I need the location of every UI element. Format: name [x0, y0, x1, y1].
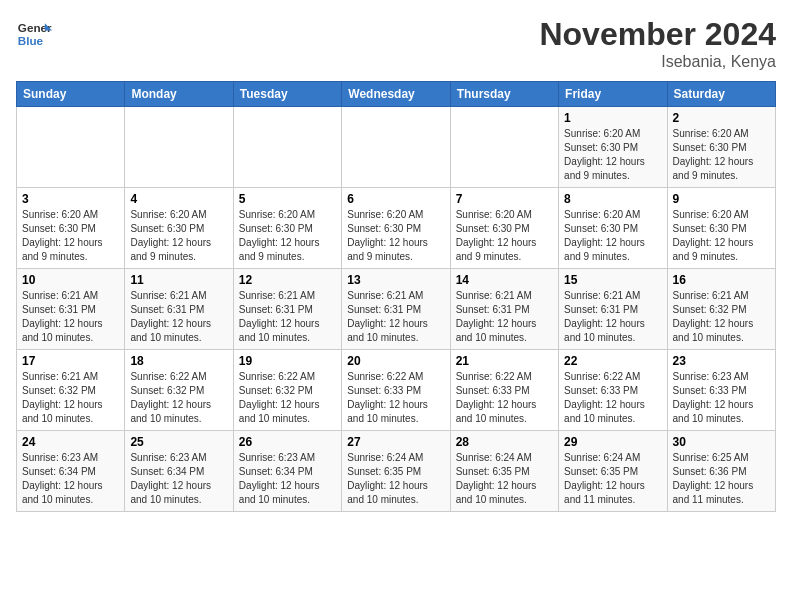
calendar-cell: 26Sunrise: 6:23 AM Sunset: 6:34 PM Dayli… [233, 431, 341, 512]
day-info: Sunrise: 6:23 AM Sunset: 6:33 PM Dayligh… [673, 370, 770, 426]
day-number: 13 [347, 273, 444, 287]
calendar-cell: 12Sunrise: 6:21 AM Sunset: 6:31 PM Dayli… [233, 269, 341, 350]
calendar-week-row: 10Sunrise: 6:21 AM Sunset: 6:31 PM Dayli… [17, 269, 776, 350]
calendar-cell: 3Sunrise: 6:20 AM Sunset: 6:30 PM Daylig… [17, 188, 125, 269]
day-info: Sunrise: 6:21 AM Sunset: 6:31 PM Dayligh… [456, 289, 553, 345]
calendar-cell: 7Sunrise: 6:20 AM Sunset: 6:30 PM Daylig… [450, 188, 558, 269]
calendar-cell: 16Sunrise: 6:21 AM Sunset: 6:32 PM Dayli… [667, 269, 775, 350]
day-info: Sunrise: 6:20 AM Sunset: 6:30 PM Dayligh… [673, 208, 770, 264]
day-info: Sunrise: 6:20 AM Sunset: 6:30 PM Dayligh… [456, 208, 553, 264]
day-info: Sunrise: 6:23 AM Sunset: 6:34 PM Dayligh… [239, 451, 336, 507]
day-info: Sunrise: 6:20 AM Sunset: 6:30 PM Dayligh… [347, 208, 444, 264]
day-number: 27 [347, 435, 444, 449]
calendar-cell: 2Sunrise: 6:20 AM Sunset: 6:30 PM Daylig… [667, 107, 775, 188]
calendar-cell: 29Sunrise: 6:24 AM Sunset: 6:35 PM Dayli… [559, 431, 667, 512]
day-number: 9 [673, 192, 770, 206]
weekday-header: Monday [125, 82, 233, 107]
calendar-cell [125, 107, 233, 188]
calendar-cell: 8Sunrise: 6:20 AM Sunset: 6:30 PM Daylig… [559, 188, 667, 269]
day-info: Sunrise: 6:21 AM Sunset: 6:31 PM Dayligh… [347, 289, 444, 345]
day-number: 22 [564, 354, 661, 368]
day-number: 4 [130, 192, 227, 206]
day-info: Sunrise: 6:24 AM Sunset: 6:35 PM Dayligh… [347, 451, 444, 507]
day-number: 23 [673, 354, 770, 368]
day-number: 17 [22, 354, 119, 368]
weekday-header: Saturday [667, 82, 775, 107]
day-number: 2 [673, 111, 770, 125]
day-number: 29 [564, 435, 661, 449]
day-number: 20 [347, 354, 444, 368]
day-info: Sunrise: 6:25 AM Sunset: 6:36 PM Dayligh… [673, 451, 770, 507]
calendar-cell [17, 107, 125, 188]
calendar-cell [233, 107, 341, 188]
day-info: Sunrise: 6:22 AM Sunset: 6:32 PM Dayligh… [239, 370, 336, 426]
day-number: 12 [239, 273, 336, 287]
day-info: Sunrise: 6:22 AM Sunset: 6:32 PM Dayligh… [130, 370, 227, 426]
calendar-table: SundayMondayTuesdayWednesdayThursdayFrid… [16, 81, 776, 512]
calendar-cell: 19Sunrise: 6:22 AM Sunset: 6:32 PM Dayli… [233, 350, 341, 431]
month-year-title: November 2024 [539, 16, 776, 53]
calendar-cell: 22Sunrise: 6:22 AM Sunset: 6:33 PM Dayli… [559, 350, 667, 431]
weekday-header: Sunday [17, 82, 125, 107]
day-number: 8 [564, 192, 661, 206]
day-info: Sunrise: 6:21 AM Sunset: 6:31 PM Dayligh… [564, 289, 661, 345]
weekday-header: Thursday [450, 82, 558, 107]
calendar-cell: 21Sunrise: 6:22 AM Sunset: 6:33 PM Dayli… [450, 350, 558, 431]
calendar-cell: 15Sunrise: 6:21 AM Sunset: 6:31 PM Dayli… [559, 269, 667, 350]
logo: General Blue [16, 16, 52, 52]
day-info: Sunrise: 6:22 AM Sunset: 6:33 PM Dayligh… [347, 370, 444, 426]
calendar-cell: 17Sunrise: 6:21 AM Sunset: 6:32 PM Dayli… [17, 350, 125, 431]
day-number: 21 [456, 354, 553, 368]
day-info: Sunrise: 6:24 AM Sunset: 6:35 PM Dayligh… [456, 451, 553, 507]
day-number: 25 [130, 435, 227, 449]
page-header: General Blue November 2024 Isebania, Ken… [16, 16, 776, 71]
day-info: Sunrise: 6:24 AM Sunset: 6:35 PM Dayligh… [564, 451, 661, 507]
day-number: 3 [22, 192, 119, 206]
day-info: Sunrise: 6:22 AM Sunset: 6:33 PM Dayligh… [456, 370, 553, 426]
day-info: Sunrise: 6:20 AM Sunset: 6:30 PM Dayligh… [22, 208, 119, 264]
calendar-cell: 10Sunrise: 6:21 AM Sunset: 6:31 PM Dayli… [17, 269, 125, 350]
calendar-week-row: 24Sunrise: 6:23 AM Sunset: 6:34 PM Dayli… [17, 431, 776, 512]
calendar-cell: 23Sunrise: 6:23 AM Sunset: 6:33 PM Dayli… [667, 350, 775, 431]
calendar-body: 1Sunrise: 6:20 AM Sunset: 6:30 PM Daylig… [17, 107, 776, 512]
day-number: 6 [347, 192, 444, 206]
day-number: 14 [456, 273, 553, 287]
calendar-cell: 6Sunrise: 6:20 AM Sunset: 6:30 PM Daylig… [342, 188, 450, 269]
day-number: 15 [564, 273, 661, 287]
day-number: 10 [22, 273, 119, 287]
svg-text:Blue: Blue [18, 34, 44, 47]
calendar-cell: 28Sunrise: 6:24 AM Sunset: 6:35 PM Dayli… [450, 431, 558, 512]
calendar-cell: 1Sunrise: 6:20 AM Sunset: 6:30 PM Daylig… [559, 107, 667, 188]
logo-icon: General Blue [16, 16, 52, 52]
calendar-cell: 30Sunrise: 6:25 AM Sunset: 6:36 PM Dayli… [667, 431, 775, 512]
day-number: 24 [22, 435, 119, 449]
day-number: 7 [456, 192, 553, 206]
day-number: 30 [673, 435, 770, 449]
weekday-header: Tuesday [233, 82, 341, 107]
calendar-cell: 13Sunrise: 6:21 AM Sunset: 6:31 PM Dayli… [342, 269, 450, 350]
day-number: 5 [239, 192, 336, 206]
day-info: Sunrise: 6:21 AM Sunset: 6:32 PM Dayligh… [22, 370, 119, 426]
location-subtitle: Isebania, Kenya [539, 53, 776, 71]
title-area: November 2024 Isebania, Kenya [539, 16, 776, 71]
day-info: Sunrise: 6:23 AM Sunset: 6:34 PM Dayligh… [22, 451, 119, 507]
calendar-cell: 14Sunrise: 6:21 AM Sunset: 6:31 PM Dayli… [450, 269, 558, 350]
calendar-cell: 18Sunrise: 6:22 AM Sunset: 6:32 PM Dayli… [125, 350, 233, 431]
day-info: Sunrise: 6:20 AM Sunset: 6:30 PM Dayligh… [239, 208, 336, 264]
day-info: Sunrise: 6:20 AM Sunset: 6:30 PM Dayligh… [673, 127, 770, 183]
calendar-week-row: 3Sunrise: 6:20 AM Sunset: 6:30 PM Daylig… [17, 188, 776, 269]
calendar-week-row: 17Sunrise: 6:21 AM Sunset: 6:32 PM Dayli… [17, 350, 776, 431]
calendar-cell [342, 107, 450, 188]
day-info: Sunrise: 6:22 AM Sunset: 6:33 PM Dayligh… [564, 370, 661, 426]
day-number: 16 [673, 273, 770, 287]
day-info: Sunrise: 6:20 AM Sunset: 6:30 PM Dayligh… [564, 127, 661, 183]
day-number: 18 [130, 354, 227, 368]
calendar-cell: 20Sunrise: 6:22 AM Sunset: 6:33 PM Dayli… [342, 350, 450, 431]
day-number: 11 [130, 273, 227, 287]
calendar-cell [450, 107, 558, 188]
calendar-week-row: 1Sunrise: 6:20 AM Sunset: 6:30 PM Daylig… [17, 107, 776, 188]
day-info: Sunrise: 6:20 AM Sunset: 6:30 PM Dayligh… [130, 208, 227, 264]
day-info: Sunrise: 6:21 AM Sunset: 6:31 PM Dayligh… [22, 289, 119, 345]
weekday-header: Friday [559, 82, 667, 107]
day-info: Sunrise: 6:21 AM Sunset: 6:31 PM Dayligh… [239, 289, 336, 345]
